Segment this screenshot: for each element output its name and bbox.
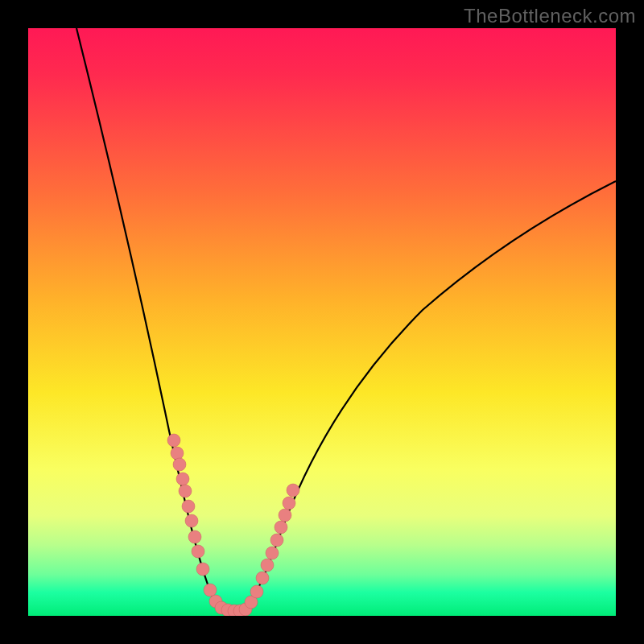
dot — [256, 572, 269, 584]
dot — [173, 458, 186, 471]
chart-frame: TheBottleneck.com — [0, 0, 644, 644]
left-dots-group — [167, 434, 241, 616]
left-curve — [76, 28, 233, 616]
dot — [266, 547, 279, 559]
dot — [167, 434, 180, 447]
dot — [179, 485, 192, 497]
dot — [270, 534, 283, 547]
chart-svg — [28, 28, 616, 616]
dot — [204, 584, 217, 597]
dot — [287, 484, 299, 497]
dot — [261, 559, 274, 572]
plot-area — [28, 28, 616, 616]
right-dots-group — [233, 484, 299, 616]
dot — [250, 585, 263, 598]
dot — [279, 509, 291, 522]
dot — [275, 521, 287, 534]
watermark-text: TheBottleneck.com — [464, 5, 636, 27]
dot — [192, 545, 204, 558]
dot — [182, 500, 195, 513]
right-curve — [239, 181, 616, 616]
dot — [176, 473, 189, 485]
dot — [196, 563, 209, 576]
dot — [185, 514, 198, 527]
dot — [171, 447, 184, 460]
dot — [188, 530, 201, 543]
dot — [283, 497, 295, 510]
